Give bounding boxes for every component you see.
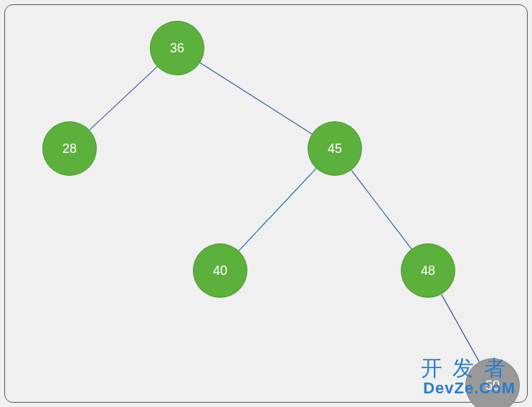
tree-node-label: 28 [62, 141, 77, 156]
tree-node-label: 40 [213, 263, 227, 279]
tree-edge [442, 294, 480, 362]
tree-node-50: 50 [465, 358, 520, 407]
tree-node-45: 45 [308, 121, 362, 176]
tree-edge [351, 170, 412, 249]
tree-node-label: 36 [170, 41, 184, 56]
tree-edge [239, 169, 316, 251]
tree-node-40: 40 [193, 243, 247, 298]
tree-node-label: 50 [485, 378, 500, 393]
tree-edges [5, 5, 527, 402]
tree-node-36: 36 [150, 21, 204, 75]
diagram-canvas: 362845404850 开发者 DevZe.CoM [4, 4, 528, 403]
tree-edge [90, 67, 157, 130]
tree-node-label: 45 [328, 141, 342, 156]
tree-node-48: 48 [401, 243, 455, 298]
tree-node-label: 48 [421, 263, 435, 279]
tree-edge [200, 62, 312, 134]
tree-node-28: 28 [42, 121, 97, 176]
